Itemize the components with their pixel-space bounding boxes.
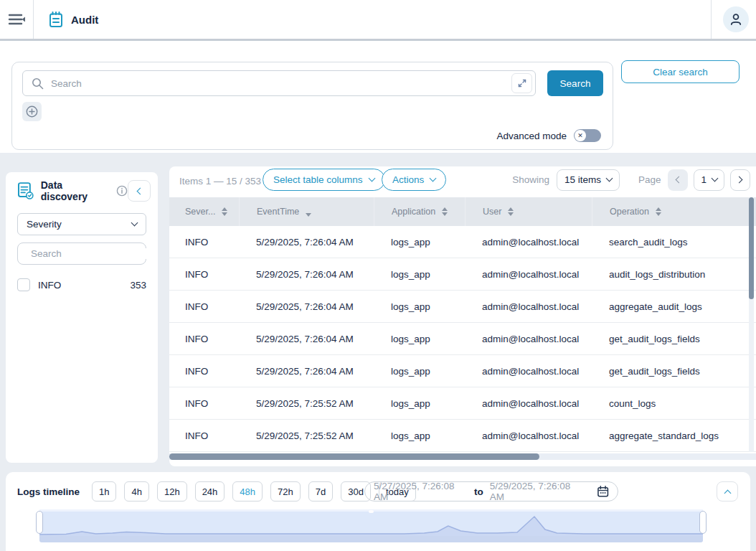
- brush-center-grip[interactable]: [369, 510, 374, 513]
- next-page-button[interactable]: [730, 169, 750, 191]
- header-divider-right: [711, 0, 712, 39]
- select-columns-label: Select table columns: [273, 174, 363, 185]
- search-input[interactable]: [51, 78, 535, 89]
- cell-operation: get_audit_logs_fields: [592, 355, 756, 387]
- column-header-severity[interactable]: Sever...: [169, 197, 239, 226]
- advanced-mode-toggle[interactable]: ✕: [574, 129, 601, 142]
- search-panel: Search Advanced mode ✕: [11, 62, 613, 150]
- info-icon[interactable]: [116, 185, 128, 197]
- page-number-dropdown[interactable]: 1: [694, 169, 724, 191]
- cell-severity: INFO: [169, 355, 239, 387]
- plus-circle-icon: [26, 105, 38, 118]
- cell-eventtime: 5/29/2025, 7:25:52 AM: [239, 387, 374, 419]
- cell-user: admin@localhost.local: [465, 323, 592, 354]
- expand-query-button[interactable]: [511, 73, 532, 93]
- cell-severity: INFO: [169, 291, 239, 322]
- facet-checkbox[interactable]: [17, 278, 30, 291]
- range-button-4h[interactable]: 4h: [124, 481, 148, 501]
- cell-eventtime: 5/29/2025, 7:26:04 AM: [239, 226, 374, 258]
- table-header-row: Sever... EventTime Application User Oper…: [169, 197, 756, 226]
- facet-search-input[interactable]: [31, 248, 158, 259]
- column-header-user[interactable]: User: [465, 197, 592, 226]
- column-header-application[interactable]: Application: [374, 197, 465, 226]
- collapse-timeline-button[interactable]: [717, 481, 738, 501]
- select-columns-button[interactable]: Select table columns: [263, 169, 385, 191]
- page-title-group: Audit: [48, 11, 98, 29]
- range-button-1h[interactable]: 1h: [92, 481, 116, 501]
- range-button-72h[interactable]: 72h: [270, 481, 301, 501]
- cell-severity: INFO: [169, 226, 239, 258]
- showing-label: Showing: [512, 174, 549, 185]
- add-query-row-button[interactable]: [22, 102, 42, 121]
- range-button-48h[interactable]: 48h: [232, 481, 263, 501]
- sort-icon: [656, 207, 661, 216]
- sort-desc-icon: [306, 213, 311, 217]
- cell-user: admin@localhost.local: [465, 355, 592, 387]
- chevron-left-icon: [676, 176, 683, 184]
- logs-timeline-panel: Logs timeline 1h 4h 12h 24h 48h 72h 7d 3…: [6, 472, 750, 551]
- table-row[interactable]: INFO 5/29/2025, 7:25:52 AM logs_app admi…: [169, 387, 756, 420]
- table-row[interactable]: INFO 5/29/2025, 7:26:04 AM logs_app admi…: [169, 355, 756, 387]
- chevron-up-icon: [724, 489, 731, 496]
- clear-search-button[interactable]: Clear search: [621, 60, 740, 83]
- date-from-value: 5/27/2025, 7:26:08 AM: [374, 481, 468, 502]
- column-header-operation[interactable]: Operation: [592, 197, 756, 226]
- data-discovery-header: Data discovery: [6, 172, 158, 202]
- page-size-dropdown[interactable]: 15 items: [557, 169, 620, 191]
- table-body: INFO 5/29/2025, 7:26:04 AM logs_app admi…: [169, 226, 756, 452]
- cell-user: admin@localhost.local: [465, 420, 592, 451]
- page-title: Audit: [71, 14, 98, 26]
- timeline-area-chart: [39, 509, 703, 536]
- timeline-title: Logs timeline: [17, 486, 80, 497]
- horizontal-scrollbar-thumb[interactable]: [169, 453, 539, 460]
- cell-eventtime: 5/29/2025, 7:26:04 AM: [239, 291, 374, 322]
- advanced-mode-label: Advanced mode: [496, 131, 567, 141]
- column-header-eventtime[interactable]: EventTime: [239, 197, 374, 226]
- range-button-12h[interactable]: 12h: [157, 481, 187, 501]
- sort-icon: [222, 207, 227, 216]
- field-selector-dropdown[interactable]: Severity: [17, 213, 146, 235]
- date-range-picker[interactable]: 5/27/2025, 7:26:08 AM to 5/29/2025, 7:26…: [364, 481, 618, 501]
- cell-application: logs_app: [374, 355, 465, 387]
- cell-application: logs_app: [374, 258, 465, 290]
- facet-row-info: INFO 353: [17, 278, 146, 291]
- search-icon: [32, 77, 44, 90]
- table-row[interactable]: INFO 5/29/2025, 7:26:04 AM logs_app admi…: [169, 226, 756, 258]
- cell-operation: aggregate_audit_logs: [592, 291, 756, 322]
- range-button-24h[interactable]: 24h: [195, 481, 225, 501]
- chevron-down-icon: [606, 175, 613, 182]
- cell-application: logs_app: [374, 323, 465, 354]
- range-button-7d[interactable]: 7d: [308, 481, 333, 501]
- cell-eventtime: 5/29/2025, 7:26:04 AM: [239, 323, 374, 354]
- sidebar-collapse-button[interactable]: [0, 0, 33, 39]
- brush-handle-left[interactable]: [36, 511, 43, 534]
- table-row[interactable]: INFO 5/29/2025, 7:26:04 AM logs_app admi…: [169, 291, 756, 323]
- timeline-brush-area[interactable]: [39, 509, 703, 536]
- search-button[interactable]: Search: [547, 70, 603, 96]
- brush-handle-right[interactable]: [699, 511, 707, 534]
- facet-count: 353: [130, 280, 146, 291]
- vertical-scrollbar-thumb[interactable]: [749, 197, 754, 299]
- user-avatar[interactable]: [723, 6, 749, 32]
- data-discovery-icon: [17, 182, 34, 200]
- top-header: Audit: [0, 0, 756, 41]
- user-icon: [729, 12, 743, 27]
- results-table-panel: Items 1 — 15 / 353 Select table columns …: [169, 166, 756, 466]
- table-row[interactable]: INFO 5/29/2025, 7:25:52 AM logs_app admi…: [169, 420, 756, 452]
- page-label: Page: [638, 174, 661, 185]
- date-to-label: to: [474, 486, 483, 497]
- collapse-panel-button[interactable]: [128, 180, 151, 202]
- cell-severity: INFO: [169, 387, 239, 419]
- page-size-value: 15 items: [564, 174, 601, 185]
- column-label: Operation: [610, 207, 649, 217]
- sort-icon: [508, 207, 514, 216]
- table-row[interactable]: INFO 5/29/2025, 7:26:04 AM logs_app admi…: [169, 323, 756, 355]
- search-input-container: [22, 70, 536, 96]
- cell-user: admin@localhost.local: [465, 226, 592, 258]
- facet-search-container: [17, 242, 146, 265]
- audit-icon: [48, 11, 64, 29]
- table-row[interactable]: INFO 5/29/2025, 7:26:04 AM logs_app admi…: [169, 258, 756, 291]
- actions-button[interactable]: Actions: [382, 169, 446, 191]
- previous-page-button[interactable]: [668, 169, 688, 191]
- cell-user: admin@localhost.local: [465, 387, 592, 419]
